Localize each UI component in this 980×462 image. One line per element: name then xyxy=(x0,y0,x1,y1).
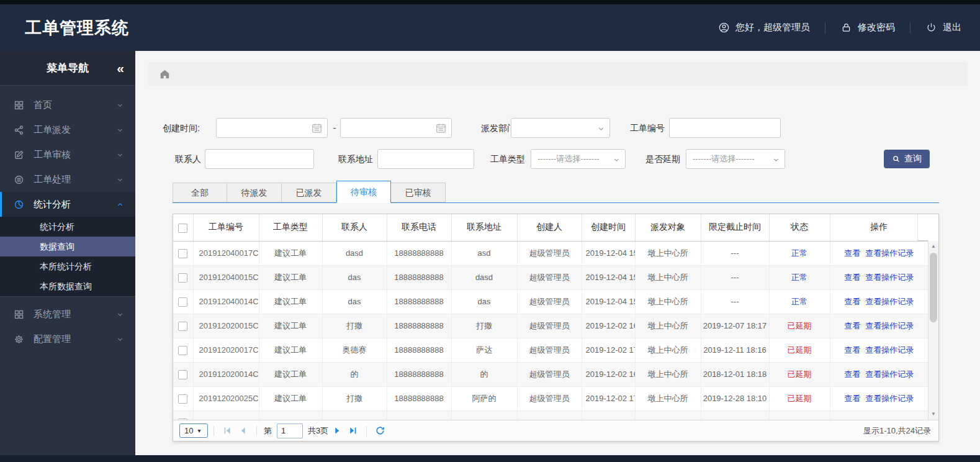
calendar-icon[interactable] xyxy=(435,122,447,134)
cell-target: 墩上中心所 xyxy=(635,314,701,338)
view-log-link[interactable]: 查看操作记录 xyxy=(865,273,914,282)
contact-address-input[interactable] xyxy=(377,149,474,169)
sidebar-item-config[interactable]: 配置管理 xyxy=(0,327,135,351)
next-page-icon[interactable] xyxy=(332,425,343,436)
page-size-select[interactable]: 10 ▾ xyxy=(179,424,208,438)
tab-all[interactable]: 全部 xyxy=(173,183,227,202)
view-log-link[interactable]: 查看操作记录 xyxy=(865,394,914,403)
view-link[interactable]: 查看 xyxy=(844,273,860,282)
app-title: 工单管理系统 xyxy=(25,17,129,39)
cell-phone: 18888888888 xyxy=(387,362,451,386)
cell-phone: 18888888888 xyxy=(387,241,451,265)
statistics-submenu: 统计分析 数据查询 本所统计分析 本所数据查询 xyxy=(0,217,135,297)
cell-created: 2019-12-02 16 xyxy=(582,314,635,338)
sidebar-item-system[interactable]: 系统管理 xyxy=(0,302,135,327)
view-log-link[interactable]: 查看操作记录 xyxy=(865,297,914,306)
row-checkbox[interactable] xyxy=(178,322,187,331)
pager-divider xyxy=(366,426,367,436)
submenu-item-local-data-query[interactable]: 本所数据查询 xyxy=(0,276,135,296)
search-icon xyxy=(892,155,901,163)
table-row: 201912020015C 建议工单 打撒 18888888888 打撒 超级管… xyxy=(173,314,928,338)
collapse-sidebar-icon[interactable]: « xyxy=(117,51,123,86)
status-badge: 已延期 xyxy=(769,386,830,410)
view-link[interactable]: 查看 xyxy=(844,297,860,306)
contact-input[interactable] xyxy=(205,149,314,169)
view-log-link[interactable]: 查看操作记录 xyxy=(865,321,914,330)
col-order-no: 工单编号 xyxy=(193,214,259,241)
home-icon[interactable] xyxy=(159,68,171,80)
table-header-row: 工单编号 工单类型 联系人 联系电话 联系地址 创建人 创建时间 派发对象 限定… xyxy=(173,214,928,241)
tab-reviewed[interactable]: 已审核 xyxy=(391,183,446,202)
date-range-separator: - xyxy=(330,118,339,138)
row-checkbox[interactable] xyxy=(178,273,187,283)
sidebar-item-process[interactable]: 工单处理 xyxy=(0,167,135,192)
tab-to-dispatch[interactable]: 待派发 xyxy=(227,183,282,202)
sidebar-title: 菜单导航 xyxy=(47,62,89,74)
view-link[interactable]: 查看 xyxy=(844,369,860,379)
sidebar-item-review[interactable]: 工单审核 xyxy=(0,142,135,167)
sidebar-item-label: 统计分析 xyxy=(34,199,71,211)
row-checkbox[interactable] xyxy=(178,370,187,379)
share-icon xyxy=(14,125,24,135)
order-type-select[interactable]: -------请选择------- xyxy=(531,149,626,169)
view-link[interactable]: 查看 xyxy=(844,248,860,258)
logout-link[interactable]: 退出 xyxy=(925,22,961,34)
created-time-to-input[interactable] xyxy=(340,118,452,138)
sidebar-item-dispatch[interactable]: 工单派发 xyxy=(0,117,135,142)
status-badge: 正常 xyxy=(769,241,830,265)
prev-page-icon[interactable] xyxy=(238,425,248,436)
col-contact: 联系人 xyxy=(322,214,387,241)
order-type-label: 工单类型 xyxy=(490,149,525,169)
tab-dispatched[interactable]: 已派发 xyxy=(282,183,336,202)
view-log-link[interactable]: 查看操作记录 xyxy=(865,345,914,355)
user-greeting[interactable]: 您好，超级管理员 xyxy=(718,22,810,34)
is-delayed-select[interactable]: -------请选择------- xyxy=(686,149,785,169)
view-link[interactable]: 查看 xyxy=(844,345,860,355)
first-page-icon[interactable] xyxy=(222,425,233,436)
cell-created: 2019-12-04 15 xyxy=(582,241,635,265)
chevron-down-icon xyxy=(772,156,780,164)
tab-to-review[interactable]: 待审核 xyxy=(336,181,391,203)
cell-contact: 奥德赛 xyxy=(322,338,387,362)
row-checkbox[interactable] xyxy=(178,297,187,307)
col-deadline: 限定截止时间 xyxy=(701,214,769,241)
work-order-table: 工单编号 工单类型 联系人 联系电话 联系地址 创建人 创建时间 派发对象 限定… xyxy=(173,214,928,420)
created-time-from-input[interactable] xyxy=(216,118,328,138)
sidebar-item-statistics[interactable]: 统计分析 xyxy=(0,192,135,217)
cell-contact: das xyxy=(322,265,387,289)
row-checkbox[interactable] xyxy=(178,346,187,355)
row-checkbox[interactable] xyxy=(178,249,187,258)
last-page-icon[interactable] xyxy=(348,425,358,436)
dispatch-dept-select[interactable] xyxy=(511,118,610,138)
logout-label: 退出 xyxy=(943,22,961,34)
cell-order-type: 建议工单 xyxy=(259,386,322,410)
table-row: 201912040014C 建议工单 das 18888888888 das 超… xyxy=(173,289,928,314)
view-log-link[interactable]: 查看操作记录 xyxy=(865,248,914,258)
calendar-icon[interactable] xyxy=(311,122,323,134)
view-link[interactable]: 查看 xyxy=(844,321,860,330)
sidebar-item-label: 工单审核 xyxy=(34,149,71,161)
scrollbar-thumb[interactable] xyxy=(930,253,937,322)
view-log-link[interactable]: 查看操作记录 xyxy=(865,369,914,379)
select-all-checkbox[interactable] xyxy=(178,224,187,233)
page-size-value: 10 xyxy=(184,426,193,435)
vertical-scrollbar[interactable]: ▲ ▼ xyxy=(928,241,938,420)
cell-created: 2019-12-02 17 xyxy=(582,338,635,362)
scroll-down-button[interactable]: ▼ xyxy=(928,409,938,419)
scroll-up-button[interactable]: ▲ xyxy=(928,242,938,251)
page-number-input[interactable] xyxy=(277,424,303,438)
scrollbar-corner xyxy=(917,214,928,241)
change-password-link[interactable]: 修改密码 xyxy=(840,22,895,34)
submenu-item-data-query[interactable]: 数据查询 xyxy=(0,237,135,256)
refresh-icon[interactable] xyxy=(375,425,385,436)
cell-order-no: 201912020025C xyxy=(193,386,259,410)
search-button[interactable]: 查询 xyxy=(884,150,930,168)
view-link[interactable]: 查看 xyxy=(844,394,860,403)
order-no-input[interactable] xyxy=(669,118,781,138)
submenu-item-local-statistics[interactable]: 本所统计分析 xyxy=(0,256,135,276)
cell-target: 墩上中心所 xyxy=(635,386,701,410)
submenu-item-statistics[interactable]: 统计分析 xyxy=(0,217,135,237)
cell-phone: 18888888888 xyxy=(387,314,451,338)
sidebar-item-home[interactable]: 首页 xyxy=(0,93,135,117)
row-checkbox[interactable] xyxy=(178,394,187,404)
